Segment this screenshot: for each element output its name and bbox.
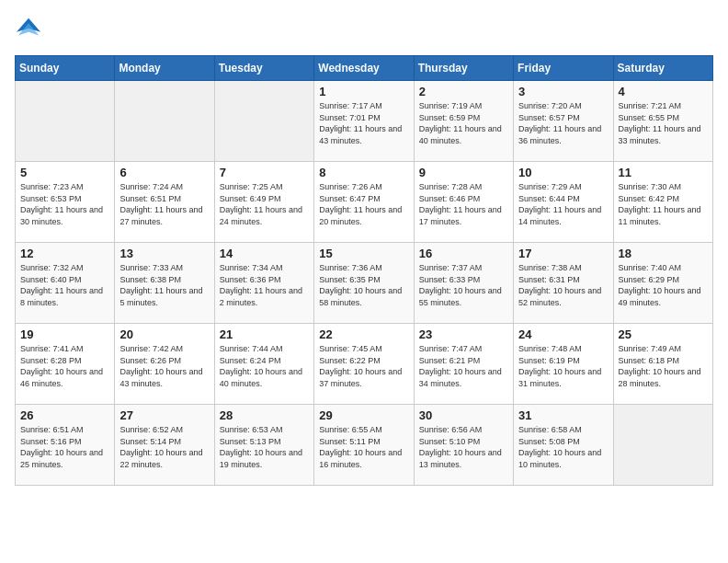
day-info: Sunrise: 7:34 AMSunset: 6:36 PMDaylight:…: [220, 262, 309, 308]
page-header: [15, 15, 713, 44]
calendar-cell: 15Sunrise: 7:36 AMSunset: 6:35 PMDayligh…: [314, 243, 414, 324]
day-info: Sunrise: 6:51 AMSunset: 5:16 PMDaylight:…: [20, 424, 109, 470]
day-number: 20: [119, 327, 209, 341]
day-number: 13: [119, 247, 209, 260]
calendar-cell: 25Sunrise: 7:49 AMSunset: 6:18 PMDayligh…: [613, 324, 712, 405]
calendar-cell: [115, 81, 214, 162]
calendar-cell: 21Sunrise: 7:44 AMSunset: 6:24 PMDayligh…: [214, 324, 313, 405]
weekday-header: Monday: [115, 56, 214, 81]
day-info: Sunrise: 7:47 AMSunset: 6:21 PMDaylight:…: [419, 343, 508, 389]
calendar-cell: 1Sunrise: 7:17 AMSunset: 7:01 PMDaylight…: [314, 81, 414, 162]
day-info: Sunrise: 7:28 AMSunset: 6:46 PMDaylight:…: [419, 181, 508, 227]
day-number: 9: [419, 166, 508, 179]
day-info: Sunrise: 7:33 AMSunset: 6:38 PMDaylight:…: [119, 262, 209, 308]
calendar-cell: 24Sunrise: 7:48 AMSunset: 6:19 PMDayligh…: [514, 324, 613, 405]
day-info: Sunrise: 7:30 AMSunset: 6:42 PMDaylight:…: [619, 181, 708, 227]
calendar-cell: 22Sunrise: 7:45 AMSunset: 6:22 PMDayligh…: [314, 324, 414, 405]
calendar-cell: 26Sunrise: 6:51 AMSunset: 5:16 PMDayligh…: [16, 405, 115, 486]
calendar-cell: 18Sunrise: 7:40 AMSunset: 6:29 PMDayligh…: [613, 243, 712, 324]
day-number: 10: [518, 166, 608, 179]
calendar-cell: 10Sunrise: 7:29 AMSunset: 6:44 PMDayligh…: [514, 162, 613, 243]
calendar-cell: 5Sunrise: 7:23 AMSunset: 6:53 PMDaylight…: [16, 162, 115, 243]
day-info: Sunrise: 7:26 AMSunset: 6:47 PMDaylight:…: [319, 181, 408, 227]
calendar-week-row: 26Sunrise: 6:51 AMSunset: 5:16 PMDayligh…: [16, 405, 713, 486]
day-info: Sunrise: 7:23 AMSunset: 6:53 PMDaylight:…: [20, 181, 109, 227]
calendar-cell: 17Sunrise: 7:38 AMSunset: 6:31 PMDayligh…: [514, 243, 613, 324]
day-info: Sunrise: 7:40 AMSunset: 6:29 PMDaylight:…: [619, 262, 708, 308]
calendar-cell: 20Sunrise: 7:42 AMSunset: 6:26 PMDayligh…: [115, 324, 214, 405]
calendar-cell: 16Sunrise: 7:37 AMSunset: 6:33 PMDayligh…: [414, 243, 513, 324]
day-number: 27: [119, 408, 209, 422]
day-number: 3: [518, 85, 608, 98]
day-number: 4: [619, 85, 708, 98]
calendar-cell: 27Sunrise: 6:52 AMSunset: 5:14 PMDayligh…: [115, 405, 214, 486]
day-info: Sunrise: 7:42 AMSunset: 6:26 PMDaylight:…: [119, 343, 209, 389]
day-info: Sunrise: 7:21 AMSunset: 6:55 PMDaylight:…: [619, 100, 708, 146]
calendar-header: SundayMondayTuesdayWednesdayThursdayFrid…: [16, 56, 713, 81]
day-number: 21: [220, 327, 309, 341]
weekday-header: Thursday: [414, 56, 513, 81]
day-info: Sunrise: 7:37 AMSunset: 6:33 PMDaylight:…: [419, 262, 508, 308]
day-number: 15: [319, 247, 408, 260]
calendar-week-row: 19Sunrise: 7:41 AMSunset: 6:28 PMDayligh…: [16, 324, 713, 405]
calendar-cell: 2Sunrise: 7:19 AMSunset: 6:59 PMDaylight…: [414, 81, 513, 162]
day-number: 7: [220, 166, 309, 179]
calendar-cell: [613, 405, 712, 486]
calendar-cell: 13Sunrise: 7:33 AMSunset: 6:38 PMDayligh…: [115, 243, 214, 324]
calendar-cell: 3Sunrise: 7:20 AMSunset: 6:57 PMDaylight…: [514, 81, 613, 162]
day-info: Sunrise: 7:24 AMSunset: 6:51 PMDaylight:…: [119, 181, 209, 227]
day-number: 30: [419, 408, 508, 422]
calendar-cell: 29Sunrise: 6:55 AMSunset: 5:11 PMDayligh…: [314, 405, 414, 486]
calendar-cell: 4Sunrise: 7:21 AMSunset: 6:55 PMDaylight…: [613, 81, 712, 162]
day-number: 16: [419, 247, 508, 260]
day-number: 18: [619, 247, 708, 260]
day-number: 26: [20, 408, 109, 422]
weekday-header: Wednesday: [314, 56, 414, 81]
day-info: Sunrise: 7:25 AMSunset: 6:49 PMDaylight:…: [220, 181, 309, 227]
day-info: Sunrise: 7:49 AMSunset: 6:18 PMDaylight:…: [619, 343, 708, 389]
calendar-cell: 30Sunrise: 6:56 AMSunset: 5:10 PMDayligh…: [414, 405, 513, 486]
day-number: 23: [419, 327, 508, 341]
calendar-cell: 28Sunrise: 6:53 AMSunset: 5:13 PMDayligh…: [214, 405, 313, 486]
weekday-header: Friday: [514, 56, 613, 81]
day-number: 12: [20, 247, 109, 260]
weekday-header: Tuesday: [214, 56, 313, 81]
day-info: Sunrise: 7:29 AMSunset: 6:44 PMDaylight:…: [518, 181, 608, 227]
calendar-cell: 19Sunrise: 7:41 AMSunset: 6:28 PMDayligh…: [16, 324, 115, 405]
day-number: 29: [319, 408, 408, 422]
day-info: Sunrise: 6:58 AMSunset: 5:08 PMDaylight:…: [518, 424, 608, 470]
calendar-cell: 11Sunrise: 7:30 AMSunset: 6:42 PMDayligh…: [613, 162, 712, 243]
day-info: Sunrise: 6:56 AMSunset: 5:10 PMDaylight:…: [419, 424, 508, 470]
day-number: 22: [319, 327, 408, 341]
day-info: Sunrise: 7:20 AMSunset: 6:57 PMDaylight:…: [518, 100, 608, 146]
calendar-cell: 31Sunrise: 6:58 AMSunset: 5:08 PMDayligh…: [514, 405, 613, 486]
day-info: Sunrise: 7:41 AMSunset: 6:28 PMDaylight:…: [20, 343, 109, 389]
calendar-cell: 9Sunrise: 7:28 AMSunset: 6:46 PMDaylight…: [414, 162, 513, 243]
calendar-cell: 12Sunrise: 7:32 AMSunset: 6:40 PMDayligh…: [16, 243, 115, 324]
calendar-table: SundayMondayTuesdayWednesdayThursdayFrid…: [15, 55, 713, 486]
day-number: 5: [20, 166, 109, 179]
logo: [15, 15, 42, 44]
day-info: Sunrise: 7:36 AMSunset: 6:35 PMDaylight:…: [319, 262, 408, 308]
calendar-cell: [214, 81, 313, 162]
weekday-header: Saturday: [613, 56, 712, 81]
day-info: Sunrise: 7:44 AMSunset: 6:24 PMDaylight:…: [220, 343, 309, 389]
day-number: 14: [220, 247, 309, 260]
day-number: 1: [319, 85, 408, 98]
calendar-cell: 14Sunrise: 7:34 AMSunset: 6:36 PMDayligh…: [214, 243, 313, 324]
day-number: 17: [518, 247, 608, 260]
calendar-cell: 7Sunrise: 7:25 AMSunset: 6:49 PMDaylight…: [214, 162, 313, 243]
day-info: Sunrise: 6:52 AMSunset: 5:14 PMDaylight:…: [119, 424, 209, 470]
calendar-cell: 8Sunrise: 7:26 AMSunset: 6:47 PMDaylight…: [314, 162, 414, 243]
day-info: Sunrise: 7:17 AMSunset: 7:01 PMDaylight:…: [319, 100, 408, 146]
calendar-week-row: 12Sunrise: 7:32 AMSunset: 6:40 PMDayligh…: [16, 243, 713, 324]
day-number: 11: [619, 166, 708, 179]
day-info: Sunrise: 7:19 AMSunset: 6:59 PMDaylight:…: [419, 100, 508, 146]
weekday-header: Sunday: [16, 56, 115, 81]
day-number: 25: [619, 327, 708, 341]
day-number: 6: [119, 166, 209, 179]
calendar-cell: 6Sunrise: 7:24 AMSunset: 6:51 PMDaylight…: [115, 162, 214, 243]
calendar-week-row: 5Sunrise: 7:23 AMSunset: 6:53 PMDaylight…: [16, 162, 713, 243]
calendar-cell: 23Sunrise: 7:47 AMSunset: 6:21 PMDayligh…: [414, 324, 513, 405]
day-info: Sunrise: 7:45 AMSunset: 6:22 PMDaylight:…: [319, 343, 408, 389]
